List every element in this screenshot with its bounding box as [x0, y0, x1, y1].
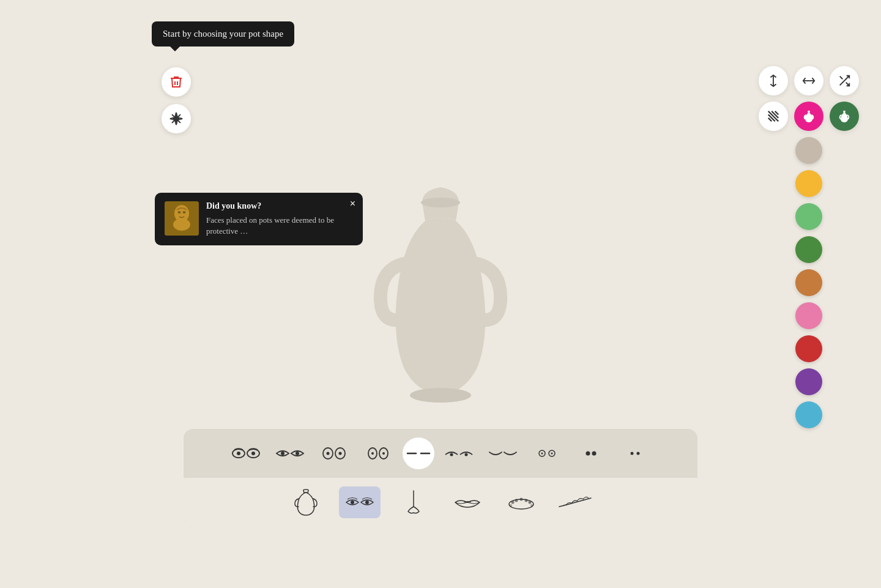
- color-pink[interactable]: [795, 302, 822, 329]
- color-blue[interactable]: [795, 401, 822, 428]
- eye-option-7[interactable]: [483, 442, 522, 464]
- svg-point-52: [510, 504, 512, 507]
- svg-point-47: [511, 501, 515, 504]
- tooltip-text: Start by choosing your pot shape: [163, 29, 283, 39]
- color-brown[interactable]: [795, 269, 822, 296]
- eye-option-5[interactable]: [403, 437, 434, 469]
- eye-option-10[interactable]: [615, 442, 655, 464]
- right-toolbar-row1: [759, 66, 859, 95]
- svg-line-15: [771, 111, 778, 118]
- svg-point-7: [421, 198, 460, 207]
- svg-point-27: [339, 452, 342, 455]
- settings-button[interactable]: [162, 104, 191, 133]
- delete-button[interactable]: [162, 67, 191, 97]
- svg-point-42: [631, 452, 634, 455]
- did-you-know-content: Did you know? Faces placed on pots were …: [206, 201, 353, 237]
- shuffle-button[interactable]: [830, 66, 859, 95]
- svg-point-40: [586, 452, 590, 456]
- tooltip-bubble: Start by choosing your pot shape: [152, 21, 294, 47]
- eye-option-2[interactable]: [270, 442, 310, 464]
- right-toolbar: [759, 66, 859, 428]
- color-dark-green[interactable]: [795, 236, 822, 263]
- svg-point-45: [365, 501, 369, 504]
- pot-shape: [343, 166, 538, 423]
- svg-point-19: [237, 452, 240, 455]
- pot-canvas: [343, 166, 538, 423]
- feature-nose[interactable]: [393, 486, 434, 518]
- svg-point-49: [520, 498, 523, 501]
- svg-point-37: [541, 453, 543, 455]
- eye-option-1[interactable]: [226, 442, 266, 464]
- flip-vertical-button[interactable]: [759, 66, 788, 95]
- feature-wreath[interactable]: [500, 486, 542, 518]
- eye-option-9[interactable]: [571, 442, 611, 464]
- eye-option-4[interactable]: [359, 442, 398, 464]
- did-you-know-body: Faces placed on pots were deemed to be p…: [206, 215, 353, 237]
- color-purple[interactable]: [795, 368, 822, 395]
- flip-horizontal-button[interactable]: [794, 66, 823, 95]
- svg-point-22: [281, 452, 284, 455]
- svg-line-12: [840, 76, 843, 80]
- did-you-know-image: [165, 201, 199, 236]
- svg-point-44: [351, 501, 354, 504]
- svg-line-16: [768, 118, 772, 122]
- feature-strip: [184, 478, 697, 527]
- svg-point-31: [382, 452, 385, 455]
- svg-point-25: [327, 452, 330, 455]
- eye-strip: [184, 429, 697, 478]
- color-yellow[interactable]: [795, 170, 822, 197]
- pot-style-green-button[interactable]: [830, 102, 859, 131]
- svg-point-50: [525, 499, 528, 502]
- svg-point-6: [410, 388, 471, 403]
- bottom-panel: [184, 429, 697, 527]
- eye-option-3[interactable]: [314, 442, 354, 464]
- svg-point-29: [371, 452, 374, 455]
- svg-point-43: [637, 452, 640, 455]
- svg-point-21: [251, 452, 255, 455]
- did-you-know-popup: Did you know? Faces placed on pots were …: [155, 193, 363, 245]
- hatch-pattern-button[interactable]: [759, 102, 788, 131]
- did-you-know-title: Did you know?: [206, 201, 353, 211]
- eye-option-8[interactable]: [527, 442, 567, 464]
- feature-branch[interactable]: [554, 486, 596, 518]
- left-toolbar: [162, 67, 191, 133]
- svg-point-48: [515, 499, 518, 502]
- color-beige[interactable]: [795, 137, 822, 164]
- right-toolbar-row2: [759, 102, 859, 131]
- pot-style-pink-button[interactable]: [794, 102, 823, 131]
- svg-point-4: [178, 211, 181, 214]
- svg-point-5: [183, 211, 186, 214]
- svg-line-17: [775, 111, 779, 115]
- color-light-green[interactable]: [795, 203, 822, 230]
- svg-point-35: [465, 453, 468, 456]
- svg-point-39: [551, 453, 553, 455]
- svg-point-41: [592, 452, 597, 456]
- svg-point-51: [529, 501, 532, 504]
- feature-eyes[interactable]: [339, 486, 381, 518]
- color-red[interactable]: [795, 335, 822, 362]
- svg-point-3: [173, 218, 190, 231]
- feature-vase[interactable]: [285, 486, 327, 518]
- eye-option-6[interactable]: [439, 442, 478, 464]
- svg-point-23: [296, 452, 299, 455]
- close-popup-button[interactable]: ×: [350, 199, 355, 209]
- svg-point-53: [530, 504, 533, 507]
- svg-line-14: [768, 114, 775, 121]
- svg-point-34: [450, 453, 453, 456]
- feature-lips[interactable]: [447, 486, 488, 518]
